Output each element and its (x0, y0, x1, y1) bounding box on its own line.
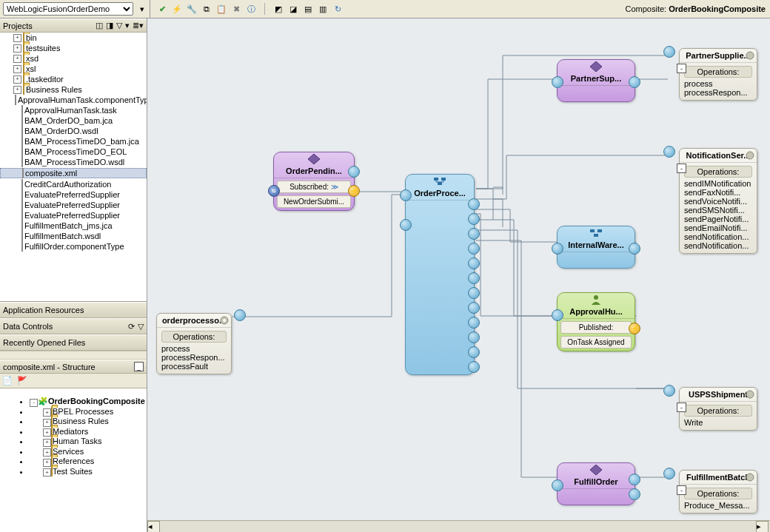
output-port[interactable] (629, 474, 640, 485)
structure-root[interactable]: -🧩OrderBookingComposite (30, 397, 147, 407)
canvas-hscrollbar[interactable]: ◂ ▸ (147, 520, 770, 532)
expander-icon[interactable] (13, 181, 20, 188)
orderprocessor-service-node[interactable]: orderprocesso... Operations: processproc… (156, 313, 232, 374)
partnersupplier-ref-node[interactable]: PartnerSupplie... Operations:processproc… (679, 48, 757, 101)
orderprocessor-bpel-node[interactable]: OrderProce... (405, 174, 475, 375)
tree-item[interactable]: ApprovalHumanTask.componentType (0, 95, 147, 104)
input-port[interactable] (552, 479, 563, 491)
validate-icon[interactable]: ✔ (156, 3, 168, 15)
expander-icon[interactable] (13, 243, 20, 250)
data-controls-panel[interactable]: Data Controls ⟳ ▽ (0, 318, 147, 334)
tree-item[interactable]: BAM_OrderDO_bam.jca (0, 116, 147, 125)
info-icon[interactable]: ⓘ (245, 3, 257, 15)
output-port[interactable] (629, 76, 640, 88)
input-port[interactable] (400, 189, 412, 201)
expander-icon[interactable] (13, 202, 20, 209)
fulfillorder-mediator-node[interactable]: FulfillOrder (557, 462, 635, 505)
output-port[interactable] (629, 488, 640, 500)
tree-item[interactable]: EvaluatePreferredSupplier (0, 190, 147, 199)
structure-item[interactable]: +Business Rules (30, 417, 147, 427)
input-port[interactable] (663, 385, 675, 397)
output-port[interactable] (468, 213, 480, 225)
internalware-bpel-node[interactable]: InternalWare... (557, 226, 635, 269)
structure-flag-icon[interactable]: 🚩 (17, 376, 27, 385)
tool3-icon[interactable]: ▤ (302, 3, 314, 15)
tree-item[interactable]: FulfillmentBatch_jms.jca (0, 221, 147, 230)
partnersup-mediator-node[interactable]: PartnerSup... (557, 59, 635, 102)
structure-item[interactable]: +Services (30, 447, 147, 457)
output-port[interactable] (468, 243, 480, 255)
output-port[interactable] (468, 361, 480, 373)
collapse-icon[interactable]: - (677, 485, 686, 495)
input-port[interactable] (663, 468, 675, 479)
structure-minimize-icon[interactable]: _ (134, 362, 144, 371)
output-port[interactable] (468, 302, 480, 314)
expander-icon[interactable] (13, 223, 20, 229)
tree-item[interactable]: BAM_OrderDO.wsdl (0, 127, 147, 135)
copy-icon[interactable]: ⧉ (201, 3, 212, 15)
output-port[interactable] (468, 198, 480, 210)
output-port[interactable] (468, 346, 480, 358)
tree-item[interactable]: EvaluatePreferredSupplier (0, 201, 147, 209)
lightning-icon[interactable]: ⚡ (171, 3, 183, 15)
output-port[interactable] (629, 243, 640, 255)
input-port[interactable] (552, 243, 563, 255)
scroll-right-button[interactable]: ▸ (756, 521, 769, 532)
expander-icon[interactable] (13, 149, 20, 155)
delete-icon[interactable]: ✖ (230, 3, 242, 15)
tree-item[interactable]: BAM_ProcessTimeDO_EOL (0, 147, 147, 156)
output-port[interactable] (468, 317, 480, 329)
expander-icon[interactable] (13, 128, 20, 135)
structure-item[interactable]: +References (30, 457, 147, 467)
structure-tree[interactable]: -🧩OrderBookingComposite+BPEL Processes+B… (0, 388, 147, 532)
tree-item[interactable]: +xsl (0, 64, 147, 73)
datacontrols-filter-icon[interactable]: ▽ (138, 322, 144, 331)
fulfillbatch-ref-node[interactable]: FulfillmentBatch Operations:Produce_Mess… (679, 470, 757, 514)
input-port[interactable] (552, 309, 563, 321)
tree-item[interactable]: +testsuites (0, 44, 147, 53)
projects-tool3-icon[interactable]: ▾ (125, 21, 130, 30)
structure-item[interactable]: +Mediators (30, 427, 147, 437)
expander-icon[interactable]: + (13, 34, 21, 42)
output-port[interactable] (468, 287, 480, 299)
app-resources-panel[interactable]: Application Resources (0, 302, 147, 318)
projects-filter-icon[interactable]: ▽ (116, 21, 122, 30)
paste-icon[interactable]: 📋 (215, 3, 227, 15)
collapse-icon[interactable]: - (677, 164, 686, 173)
expander-icon[interactable] (13, 192, 20, 198)
output-port[interactable] (468, 272, 480, 284)
notification-ref-node[interactable]: NotificationSer... Operations:sendIMNoti… (679, 148, 757, 254)
expander-icon[interactable]: + (13, 86, 21, 94)
tool4-icon[interactable]: ▥ (317, 3, 329, 15)
usps-ref-node[interactable]: USPSShipment Operations:Write - (679, 387, 757, 431)
expander-icon[interactable] (13, 233, 20, 240)
output-port[interactable] (348, 166, 360, 178)
project-config-icon[interactable]: ▾ (135, 1, 150, 16)
tree-item[interactable]: +Business Rules (0, 85, 147, 94)
collapse-icon[interactable]: - (677, 403, 686, 412)
tree-item[interactable]: +.taskeditor (0, 75, 147, 84)
expander-icon[interactable] (13, 118, 20, 124)
output-port[interactable] (468, 331, 480, 343)
tree-item[interactable]: ApprovalHumanTask.task (0, 106, 147, 115)
expander-icon[interactable] (13, 107, 20, 114)
expander-icon[interactable]: + (13, 75, 21, 84)
input-port[interactable] (663, 46, 675, 58)
input-port[interactable] (663, 146, 675, 158)
output-port[interactable] (468, 257, 480, 269)
output-port[interactable] (234, 309, 246, 321)
tree-item[interactable]: FulfillmentBatch.wsdl (0, 232, 147, 240)
structure-item[interactable]: +Test Suites (30, 467, 147, 477)
structure-item[interactable]: +Human Tasks (30, 437, 147, 447)
tree-item[interactable]: composite.xml (0, 168, 147, 178)
collapse-icon[interactable]: - (677, 64, 686, 73)
datacontrols-refresh-icon[interactable]: ⟳ (128, 322, 135, 331)
input-port[interactable] (400, 219, 412, 231)
expander-icon[interactable] (13, 159, 20, 166)
tree-item[interactable]: BAM_ProcessTimeDO_bam.jca (0, 137, 147, 146)
project-tree[interactable]: +bin+testsuites+xsd+xsl+.taskeditor+Busi… (0, 33, 147, 302)
expander-icon[interactable]: + (13, 65, 21, 73)
orderpending-mediator-node[interactable]: OrderPendin... Subscribed: ≫ NewOrderSub… (273, 152, 355, 211)
tree-item[interactable]: CreditCardAuthorization (0, 180, 147, 189)
project-dropdown[interactable]: WebLogicFusionOrderDemo (3, 2, 133, 16)
